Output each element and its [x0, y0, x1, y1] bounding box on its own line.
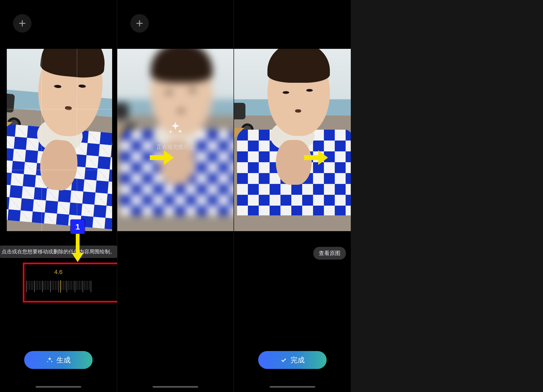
home-indicator — [36, 386, 81, 388]
done-label: 完成 — [291, 355, 305, 365]
home-indicator — [270, 386, 315, 388]
done-button[interactable]: 完成 — [258, 351, 327, 369]
panel-result: 查看原图 完成 — [234, 0, 351, 392]
step-badge-1: 1 — [71, 220, 85, 234]
plus-icon — [135, 19, 144, 28]
panel-processing: 正在填充图片… — [117, 0, 233, 392]
plus-icon — [18, 19, 27, 28]
add-button[interactable] — [130, 14, 149, 33]
generate-button[interactable]: 生成 — [24, 351, 93, 369]
generate-label: 生成 — [56, 355, 71, 365]
sparkle-icon — [46, 356, 53, 364]
canvas-area-result[interactable] — [234, 49, 351, 231]
canvas-area-processing: 正在填充图片… — [117, 49, 233, 231]
loading-text: 正在填充图片… — [117, 144, 233, 151]
view-original-button[interactable]: 查看原图 — [313, 247, 346, 260]
instruction-hint: 点击或在您想要移动或删除的任何内容周围绘制。 — [0, 246, 121, 258]
home-indicator — [153, 386, 198, 388]
annotation-arrow-down — [70, 234, 86, 264]
photo-content — [7, 49, 112, 231]
photo-result — [234, 49, 351, 231]
panel-edit: 点击或在您想要移动或删除的任何内容周围绘制。 4.6 生成 — [0, 0, 117, 392]
annotation-box — [23, 263, 127, 302]
flow-arrow-2 — [304, 149, 329, 167]
check-icon — [280, 356, 287, 364]
sparkle-icon — [167, 120, 184, 138]
canvas-area[interactable] — [7, 49, 112, 231]
photo-blurred — [117, 49, 233, 231]
add-button[interactable] — [13, 14, 31, 33]
flow-arrow-1 — [150, 149, 174, 167]
